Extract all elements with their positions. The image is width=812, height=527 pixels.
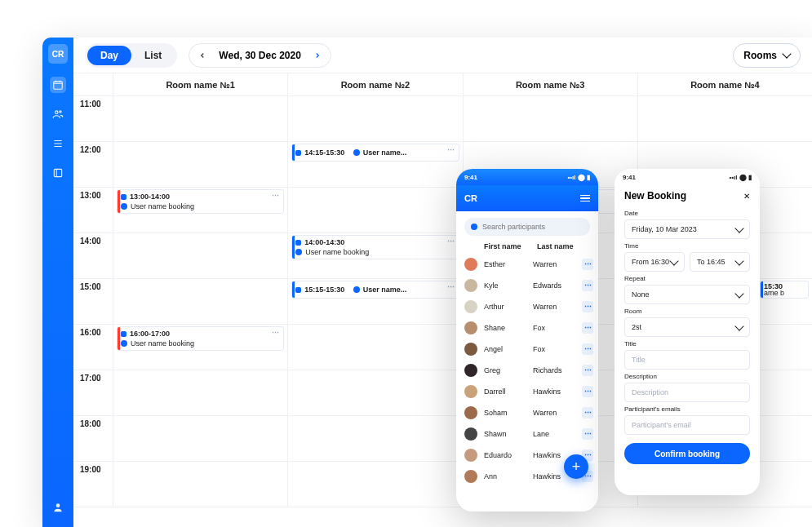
time-from-select[interactable]: From 16:30 [624, 252, 685, 272]
rooms-icon[interactable] [50, 165, 66, 181]
first-name: Shane [484, 324, 526, 332]
topbar: Day List Wed, 30 Dec 2020 Rooms [73, 38, 812, 73]
first-name: Angel [484, 345, 526, 353]
description-input[interactable]: Description [624, 383, 750, 402]
event[interactable]: 13:00-14:00 User name booking ⋯ [117, 189, 284, 214]
participant-row[interactable]: Esther Warren ⋯ [464, 254, 593, 275]
more-icon[interactable]: ⋯ [272, 192, 280, 200]
confirm-booking-button[interactable]: Confirm booking [624, 443, 750, 464]
chevron-down-icon [734, 256, 743, 265]
event[interactable]: 16:00-17:00 User name booking ⋯ [117, 326, 284, 351]
svg-point-2 [60, 111, 61, 113]
first-name: Eduardo [484, 451, 526, 459]
first-name: Kyle [484, 281, 526, 290]
participant-row[interactable]: Darrell Hawkins ⋯ [464, 381, 593, 402]
list-icon[interactable] [50, 135, 66, 152]
hour-label: 13:00 [73, 188, 113, 232]
participant-row[interactable]: Greg Richards ⋯ [464, 360, 593, 381]
search-input[interactable] [464, 218, 590, 236]
more-icon[interactable]: ⋯ [447, 283, 455, 291]
row-menu-icon[interactable]: ⋯ [582, 365, 593, 376]
participant-row[interactable]: Angel Fox ⋯ [464, 339, 593, 360]
last-name: Lane [533, 430, 575, 438]
participant-row[interactable]: Kyle Edwards ⋯ [464, 275, 593, 296]
participants-list: Esther Warren ⋯ Kyle Edwards ⋯ Arthur Wa… [456, 254, 598, 487]
avatar [464, 300, 477, 313]
room-label: Room [624, 308, 750, 315]
status-time: 9:41 [464, 174, 477, 181]
app-logo[interactable]: CR [48, 44, 68, 64]
last-name: Warren [533, 303, 575, 311]
row-menu-icon[interactable]: ⋯ [582, 259, 593, 270]
participant-row[interactable]: Shawn Lane ⋯ [464, 423, 593, 445]
repeat-label: Repeat [624, 275, 750, 282]
mobile-header: CR [456, 185, 598, 211]
rooms-dropdown[interactable]: Rooms [733, 43, 801, 68]
prev-day-button[interactable] [193, 46, 212, 65]
room-header: Room name №1 Room name №2 Room name №3 R… [73, 73, 812, 96]
signal-icon: ••ıl ⬤ ▮ [568, 174, 591, 181]
last-name: Richards [533, 366, 575, 374]
people-icon[interactable] [50, 106, 66, 122]
avatar [464, 364, 477, 377]
row-menu-icon[interactable]: ⋯ [582, 386, 593, 397]
last-name: Warren [533, 260, 575, 268]
user-icon[interactable] [50, 499, 66, 516]
avatar [464, 321, 477, 334]
last-name: Hawkins [533, 388, 575, 396]
view-list-button[interactable]: List [131, 46, 175, 65]
emails-input[interactable]: Participant's email [624, 415, 750, 435]
row-menu-icon[interactable]: ⋯ [582, 428, 593, 440]
last-name: Edwards [533, 281, 575, 290]
last-name: Fox [533, 345, 575, 353]
search-field[interactable] [482, 223, 583, 231]
menu-icon[interactable] [580, 195, 590, 202]
title-input[interactable]: Title [624, 350, 750, 370]
col-last: Last name [537, 242, 590, 250]
next-day-button[interactable] [308, 46, 327, 65]
more-icon[interactable]: ⋯ [447, 146, 455, 154]
hour-label: 14:00 [73, 233, 113, 278]
more-icon[interactable]: ⋯ [447, 237, 455, 246]
hour-label: 12:00 [73, 142, 113, 187]
event[interactable]: 15:15-15:30 User name... ⋯ [291, 281, 459, 299]
hour-label: 18:00 [73, 416, 113, 461]
room-col-2: Room name №2 [287, 73, 462, 95]
mobile-logo[interactable]: CR [464, 193, 477, 203]
status-bar: 9:41 ••ıl ⬤ ▮ [456, 169, 598, 185]
participant-row[interactable]: Arthur Warren ⋯ [464, 296, 593, 317]
room-col-1: Room name №1 [113, 73, 287, 95]
participant-row[interactable]: Shane Fox ⋯ [464, 317, 593, 339]
booking-title: New Booking [624, 190, 686, 202]
close-icon[interactable]: ✕ [743, 192, 750, 201]
event[interactable]: 15:30 ame b [760, 281, 809, 299]
row-menu-icon[interactable]: ⋯ [582, 343, 593, 355]
avatar [464, 343, 477, 356]
current-date[interactable]: Wed, 30 Dec 2020 [212, 50, 308, 61]
row-menu-icon[interactable]: ⋯ [582, 280, 593, 291]
room-select[interactable]: 2st [624, 317, 750, 337]
svg-rect-0 [54, 82, 63, 89]
status-time: 9:41 [623, 174, 636, 181]
row-menu-icon[interactable]: ⋯ [582, 407, 593, 418]
first-name: Soham [484, 409, 526, 417]
participant-row[interactable]: Soham Warren ⋯ [464, 402, 593, 423]
event[interactable]: 14:00-14:30 User name booking ⋯ [291, 235, 459, 259]
date-select[interactable]: Friday, 10 Mar 2023 [624, 219, 750, 239]
calendar-icon[interactable] [50, 77, 66, 93]
avatar [464, 258, 477, 271]
table-header: First name Last name [456, 242, 598, 254]
more-icon[interactable]: ⋯ [272, 329, 280, 337]
time-to-select[interactable]: To 16:45 [690, 252, 750, 272]
repeat-select[interactable]: None [624, 285, 750, 304]
row-menu-icon[interactable]: ⋯ [582, 301, 593, 312]
add-participant-button[interactable]: + [564, 454, 588, 479]
event[interactable]: 14:15-15:30 User name... ⋯ [291, 144, 459, 162]
chevron-down-icon [734, 224, 743, 232]
new-booking-mobile: 9:41 ••ıl ⬤ ▮ New Booking ✕ Date Friday,… [615, 169, 760, 495]
row-menu-icon[interactable]: ⋯ [582, 322, 593, 334]
rooms-dropdown-label: Rooms [743, 50, 777, 61]
chevron-down-icon [734, 321, 743, 330]
view-day-button[interactable]: Day [87, 46, 131, 65]
time-label: Time [624, 242, 750, 250]
